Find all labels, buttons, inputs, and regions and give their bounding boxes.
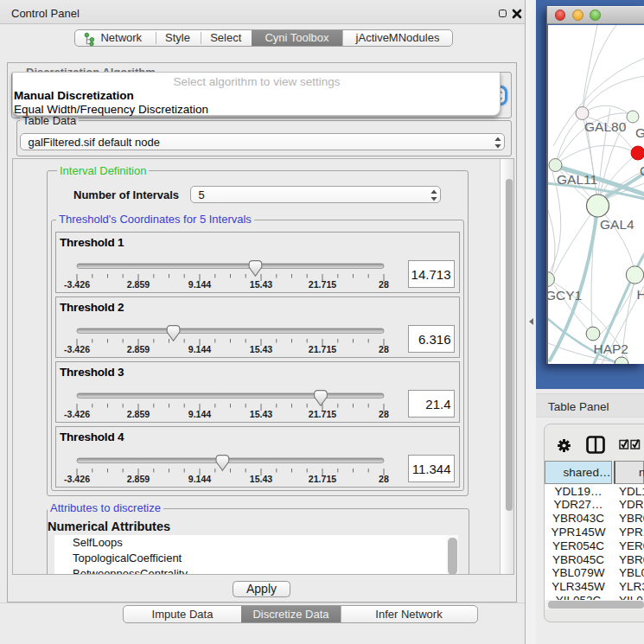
svg-text:21.715: 21.715 xyxy=(309,344,337,354)
svg-text:9.144: 9.144 xyxy=(188,344,212,354)
svg-text:21.715: 21.715 xyxy=(309,279,337,290)
svg-text:21.715: 21.715 xyxy=(309,409,337,419)
svg-text:CY: CY xyxy=(640,163,644,178)
svg-text:15.43: 15.43 xyxy=(250,344,273,354)
svg-text:-3.426: -3.426 xyxy=(64,279,90,290)
svg-text:28: 28 xyxy=(379,474,389,484)
svg-text:GCY1: GCY1 xyxy=(548,287,582,302)
svg-text:GA: GA xyxy=(635,125,644,140)
svg-text:GAL11: GAL11 xyxy=(557,172,597,187)
svg-text:2.859: 2.859 xyxy=(127,344,150,354)
svg-text:15.43: 15.43 xyxy=(250,474,273,484)
svg-text:15.43: 15.43 xyxy=(250,409,273,419)
svg-text:2.859: 2.859 xyxy=(127,474,150,484)
svg-text:9.144: 9.144 xyxy=(188,474,212,484)
svg-text:GAL80: GAL80 xyxy=(584,119,627,134)
svg-text:9.144: 9.144 xyxy=(188,279,212,290)
svg-text:GAL4: GAL4 xyxy=(600,216,634,231)
svg-text:HI: HI xyxy=(637,287,644,302)
svg-text:HAP2: HAP2 xyxy=(594,341,629,355)
svg-text:2.859: 2.859 xyxy=(127,279,150,290)
svg-text:28: 28 xyxy=(379,279,389,290)
svg-text:-3.426: -3.426 xyxy=(64,409,90,419)
svg-text:28: 28 xyxy=(379,409,389,419)
svg-text:15.43: 15.43 xyxy=(250,279,273,290)
svg-text:-3.426: -3.426 xyxy=(64,474,90,484)
svg-text:-3.426: -3.426 xyxy=(64,344,90,354)
svg-text:21.715: 21.715 xyxy=(309,474,337,484)
svg-text:2.859: 2.859 xyxy=(127,409,150,419)
svg-text:28: 28 xyxy=(379,344,389,354)
svg-text:9.144: 9.144 xyxy=(188,409,212,419)
